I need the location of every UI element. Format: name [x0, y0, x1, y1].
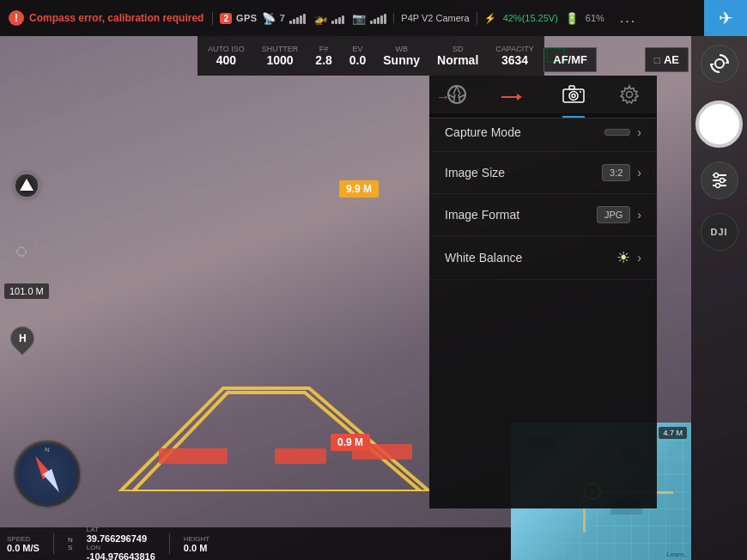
drone-icon-svg	[9, 240, 34, 263]
arrow-indicator	[501, 91, 527, 103]
battery-section: ⚡ 42%(15.25V) 🔋 61%	[477, 12, 611, 25]
camera-model-label: P4P V2 Camera	[393, 13, 476, 23]
camera-settings-panel: Capture Mode › Image Size 3:2 › Image Fo…	[429, 113, 657, 508]
coordinates-stat: LAT 39.766296749 LON -104.976643816	[87, 526, 155, 560]
sun-icon: ☀	[616, 248, 630, 267]
tab-general-settings[interactable]	[619, 84, 640, 109]
svg-point-3	[448, 86, 465, 103]
compass-inner: N	[17, 444, 77, 504]
image-size-label: Image Size	[445, 166, 505, 180]
ascend-button[interactable]	[13, 172, 40, 205]
fstop-setting: F# 2.8	[315, 45, 331, 67]
settings-button[interactable]	[701, 161, 738, 199]
dbar-4	[342, 15, 344, 24]
dji-label: DJI	[710, 227, 727, 237]
auto-iso-label: Auto ISO	[208, 45, 245, 53]
image-format-right: JPG ›	[597, 206, 641, 223]
ae-button[interactable]: □ AE	[645, 47, 689, 72]
top-status-bar: ! Compass error, calibration required 2 …	[0, 0, 747, 36]
wb-value[interactable]: Sunny	[383, 53, 420, 67]
shutter-label: SHUTTER	[262, 45, 299, 53]
fstop-value[interactable]: 2.8	[315, 53, 331, 67]
white-balance-row[interactable]: White Balance ☀ ›	[429, 236, 657, 280]
speed-stat: Speed 0.0 M/S	[7, 535, 39, 553]
svg-marker-20	[711, 64, 714, 67]
ae-bracket-icon: □	[654, 54, 660, 66]
shutter-value[interactable]: 1000	[267, 53, 294, 67]
dji-logo-button[interactable]: DJI	[701, 213, 738, 251]
dbar-1	[331, 21, 334, 24]
capture-mode-value	[604, 129, 630, 136]
capacity-label: CAPACITY	[495, 45, 533, 53]
satellite-icon: 📡	[262, 12, 276, 25]
ev-label: EV	[353, 45, 363, 53]
drone-signal-icon: 🚁	[313, 12, 327, 25]
home-pin: H	[5, 321, 39, 356]
rotate-camera-button[interactable]	[701, 45, 738, 82]
divider-1	[53, 533, 54, 554]
white-balance-chevron: ›	[637, 251, 641, 265]
battery-percent: 42%(15.25V)	[503, 13, 558, 23]
status-icons-group: 2 GPS 📡 7 🚁 📷	[212, 12, 393, 25]
svg-line-9	[459, 94, 460, 103]
gps-icon: GPS	[236, 13, 258, 23]
error-section: ! Compass error, calibration required	[0, 10, 212, 26]
active-tab-indicator	[562, 116, 585, 118]
north-label: N	[45, 446, 50, 453]
dbar-3	[338, 17, 341, 24]
map-credit: Leam...	[666, 551, 689, 558]
aperture-icon	[446, 84, 467, 105]
image-size-row[interactable]: Image Size 3:2 ›	[429, 152, 657, 194]
bar-2	[293, 19, 295, 24]
svg-point-26	[715, 184, 720, 188]
map-distance-badge: 4.7 M	[659, 427, 687, 439]
pbar-3	[377, 17, 380, 24]
pbar-5	[384, 14, 386, 24]
image-size-right: 3:2 ›	[602, 164, 641, 181]
lon-header: LON	[87, 544, 100, 551]
af-mf-button[interactable]: AF/MF	[544, 47, 597, 72]
compass: N	[13, 440, 82, 508]
spacer	[525, 91, 527, 103]
svg-marker-19	[725, 60, 728, 64]
shutter-button[interactable]	[695, 100, 743, 148]
red-arrow-icon	[501, 91, 522, 103]
image-format-row[interactable]: Image Format JPG ›	[429, 194, 657, 236]
bar-3	[296, 17, 299, 24]
svg-line-8	[453, 94, 455, 103]
signal-number: 7	[280, 13, 286, 23]
svg-point-14	[572, 94, 575, 98]
sd-label: SD	[452, 45, 464, 53]
ev-setting: EV 0.0	[349, 45, 366, 67]
drone-signal-bars	[331, 12, 344, 24]
capture-mode-row[interactable]: Capture Mode ›	[429, 113, 657, 152]
more-options-button[interactable]: ...	[611, 10, 645, 26]
svg-point-13	[569, 92, 578, 100]
signal-bars	[289, 12, 306, 24]
capture-mode-right: ›	[604, 125, 641, 139]
lat-label: N	[68, 536, 73, 544]
svg-point-24	[714, 173, 718, 178]
svg-point-33	[27, 242, 33, 247]
pbar-1	[370, 21, 373, 24]
notification-badge: 2	[220, 13, 232, 24]
lat-prefix: S	[68, 544, 72, 551]
dbar-2	[335, 19, 337, 24]
auto-iso-setting: Auto ISO 400	[208, 45, 245, 67]
height-stat: Height 0.0 M	[184, 535, 210, 553]
height-value: 0.0 M	[184, 543, 208, 553]
tab-photo-settings[interactable]	[562, 85, 585, 108]
sd-value[interactable]: Normal	[437, 53, 478, 67]
lat-value: 39.766296749	[87, 533, 147, 544]
bottom-telemetry-bar: Speed 0.0 M/S N S LAT 39.766296749 LON -…	[0, 527, 567, 560]
capacity-value[interactable]: 3634	[501, 53, 528, 67]
fly-button[interactable]: ✈	[704, 0, 747, 36]
tab-camera-settings[interactable]	[446, 84, 467, 109]
ev-value[interactable]: 0.0	[349, 53, 366, 67]
auto-iso-value[interactable]: 400	[216, 53, 236, 67]
battery2-percent: 61%	[586, 13, 604, 23]
sd-setting: SD Normal	[437, 45, 478, 67]
battery-icon: 🔋	[565, 12, 579, 25]
up-arrow-icon	[13, 172, 40, 199]
compass-south-arrow	[43, 469, 64, 495]
